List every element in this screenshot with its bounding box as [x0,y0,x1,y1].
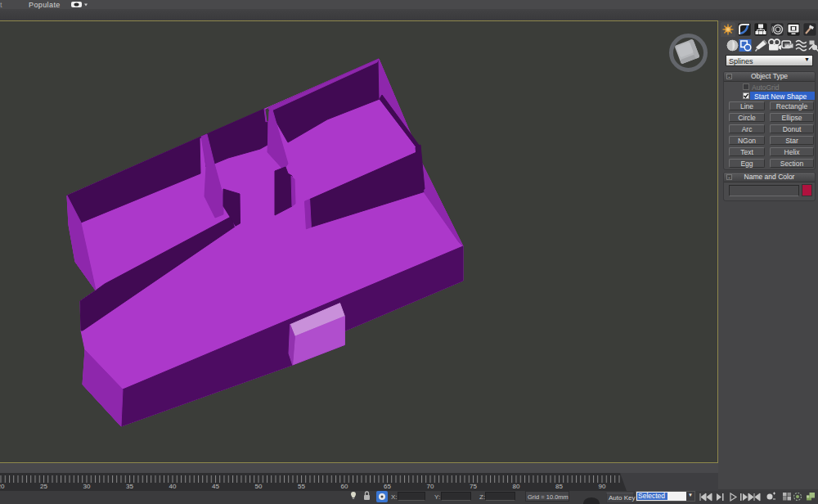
svg-text:45: 45 [212,483,219,490]
svg-text:80: 80 [513,483,520,490]
svg-text:90: 90 [599,483,606,490]
svg-text:40: 40 [169,483,177,490]
svg-text:55: 55 [298,483,305,490]
svg-text:70: 70 [427,483,434,490]
svg-text:25: 25 [40,483,47,490]
svg-text:35: 35 [126,483,133,490]
svg-text:85: 85 [555,483,563,490]
svg-text:30: 30 [83,483,91,490]
svg-text:75: 75 [470,483,477,490]
svg-text:50: 50 [255,483,263,490]
svg-text:20: 20 [0,483,5,490]
